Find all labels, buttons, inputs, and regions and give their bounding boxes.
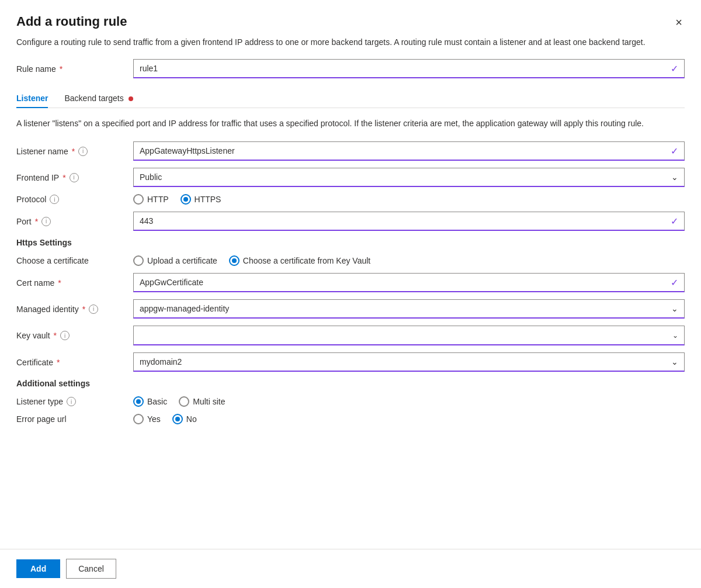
- error-page-no-label: No: [186, 414, 197, 424]
- port-label: Port * i: [16, 217, 133, 226]
- listener-description: A listener "listens" on a specified port…: [16, 117, 685, 130]
- listener-type-multisite-radio[interactable]: [179, 396, 189, 407]
- port-input[interactable]: [134, 212, 665, 230]
- add-routing-rule-dialog: Add a routing rule × Configure a routing…: [0, 0, 701, 588]
- keyvault-cert-label: Choose a certificate from Key Vault: [243, 256, 370, 265]
- managed-identity-info-icon[interactable]: i: [89, 305, 98, 314]
- upload-cert-label: Upload a certificate: [147, 256, 217, 265]
- listener-name-check-icon: ✓: [665, 146, 684, 157]
- cert-name-label: Cert name *: [16, 278, 133, 288]
- port-check-icon: ✓: [665, 216, 684, 227]
- managed-identity-chevron-icon: ⌄: [671, 304, 678, 313]
- add-button[interactable]: Add: [16, 559, 60, 578]
- protocol-http-option[interactable]: HTTP: [133, 194, 169, 205]
- dialog-body: Configure a routing rule to send traffic…: [0, 36, 701, 549]
- listener-type-basic-label: Basic: [147, 397, 167, 406]
- listener-type-basic-radio[interactable]: [133, 396, 144, 407]
- protocol-info-icon[interactable]: i: [50, 195, 59, 204]
- rule-name-input[interactable]: [134, 60, 665, 77]
- error-page-yes-radio[interactable]: [133, 414, 144, 424]
- cert-radio-group: Upload a certificate Choose a certificat…: [133, 255, 685, 266]
- key-vault-info-icon[interactable]: i: [60, 331, 70, 340]
- listener-name-label: Listener name * i: [16, 147, 133, 156]
- managed-identity-row: Managed identity * i appgw-managed-ident…: [16, 299, 685, 319]
- cert-name-row: Cert name * ✓: [16, 273, 685, 292]
- listener-name-info-icon[interactable]: i: [78, 147, 88, 156]
- rule-name-row: Rule name * ✓: [16, 59, 685, 78]
- listener-type-multisite-option[interactable]: Multi site: [179, 396, 225, 407]
- protocol-https-option[interactable]: HTTPS: [181, 194, 221, 205]
- error-page-no-radio[interactable]: [172, 414, 183, 424]
- keyvault-cert-option[interactable]: Choose a certificate from Key Vault: [229, 255, 370, 266]
- error-page-url-radio-group: Yes No: [133, 414, 685, 424]
- frontend-ip-info-icon[interactable]: i: [70, 173, 79, 182]
- protocol-https-radio[interactable]: [181, 194, 191, 205]
- error-page-no-option[interactable]: No: [172, 414, 197, 424]
- required-star: *: [63, 173, 65, 182]
- https-settings-title: Https Settings: [16, 238, 685, 247]
- required-indicator: *: [60, 64, 63, 74]
- close-button[interactable]: ×: [673, 14, 685, 30]
- dialog-footer: Add Cancel: [0, 549, 701, 588]
- protocol-row: Protocol i HTTP HTTPS: [16, 194, 685, 205]
- managed-identity-dropdown[interactable]: appgw-managed-identity ⌄: [133, 299, 685, 319]
- frontend-ip-chevron-icon: ⌄: [671, 172, 678, 182]
- frontend-ip-row: Frontend IP * i Public ⌄: [16, 168, 685, 187]
- managed-identity-label: Managed identity * i: [16, 305, 133, 314]
- frontend-ip-label: Frontend IP * i: [16, 173, 133, 182]
- certificate-chevron-icon: ⌄: [671, 357, 678, 366]
- tabs-row: Listener Backend targets: [16, 89, 685, 108]
- rule-name-input-wrapper[interactable]: ✓: [133, 59, 685, 78]
- cert-name-input[interactable]: [134, 274, 665, 291]
- dialog-description: Configure a routing rule to send traffic…: [16, 36, 685, 49]
- port-input-wrapper[interactable]: ✓: [133, 212, 685, 231]
- error-page-url-label: Error page url: [16, 414, 133, 424]
- key-vault-dropdown[interactable]: ⌄: [133, 326, 685, 345]
- required-star: *: [82, 305, 85, 314]
- listener-type-radio-group: Basic Multi site: [133, 396, 685, 407]
- protocol-label: Protocol i: [16, 195, 133, 204]
- protocol-radio-group: HTTP HTTPS: [133, 194, 685, 205]
- listener-type-row: Listener type i Basic Multi site: [16, 396, 685, 407]
- protocol-https-label: HTTPS: [195, 195, 221, 204]
- certificate-dropdown[interactable]: mydomain2 ⌄: [133, 352, 685, 372]
- tab-dot: [129, 96, 133, 101]
- required-star: *: [54, 331, 57, 340]
- required-star: *: [35, 217, 38, 226]
- choose-cert-label: Choose a certificate: [16, 256, 133, 265]
- listener-type-label: Listener type i: [16, 397, 133, 406]
- protocol-http-label: HTTP: [147, 195, 169, 204]
- required-star: *: [72, 147, 75, 156]
- dialog-title: Add a routing rule: [16, 14, 127, 29]
- listener-type-basic-option[interactable]: Basic: [133, 396, 167, 407]
- listener-type-info-icon[interactable]: i: [67, 397, 76, 406]
- rule-name-label: Rule name *: [16, 64, 133, 74]
- error-page-yes-label: Yes: [147, 414, 161, 424]
- choose-cert-row: Choose a certificate Upload a certificat…: [16, 255, 685, 266]
- listener-name-input[interactable]: [134, 142, 665, 160]
- cancel-button[interactable]: Cancel: [66, 559, 116, 579]
- frontend-ip-dropdown[interactable]: Public ⌄: [133, 168, 685, 187]
- required-star: *: [57, 358, 60, 367]
- check-icon: ✓: [665, 63, 684, 74]
- port-info-icon[interactable]: i: [41, 217, 51, 226]
- keyvault-cert-radio[interactable]: [229, 255, 240, 266]
- listener-name-input-wrapper[interactable]: ✓: [133, 141, 685, 161]
- upload-cert-radio[interactable]: [133, 255, 144, 266]
- cert-name-check-icon: ✓: [665, 277, 684, 288]
- certificate-row: Certificate * mydomain2 ⌄: [16, 352, 685, 372]
- protocol-http-radio[interactable]: [133, 194, 144, 205]
- upload-cert-option[interactable]: Upload a certificate: [133, 255, 217, 266]
- tab-backend-targets[interactable]: Backend targets: [64, 89, 133, 108]
- key-vault-row: Key vault * i ⌄: [16, 326, 685, 345]
- required-star: *: [58, 278, 61, 288]
- certificate-label: Certificate *: [16, 358, 133, 367]
- port-row: Port * i ✓: [16, 212, 685, 231]
- key-vault-chevron-icon: ⌄: [672, 331, 678, 340]
- key-vault-label: Key vault * i: [16, 331, 133, 340]
- error-page-yes-option[interactable]: Yes: [133, 414, 161, 424]
- tab-listener[interactable]: Listener: [16, 89, 48, 108]
- additional-settings-title: Additional settings: [16, 379, 685, 388]
- cert-name-input-wrapper[interactable]: ✓: [133, 273, 685, 292]
- dialog-header: Add a routing rule ×: [0, 0, 701, 36]
